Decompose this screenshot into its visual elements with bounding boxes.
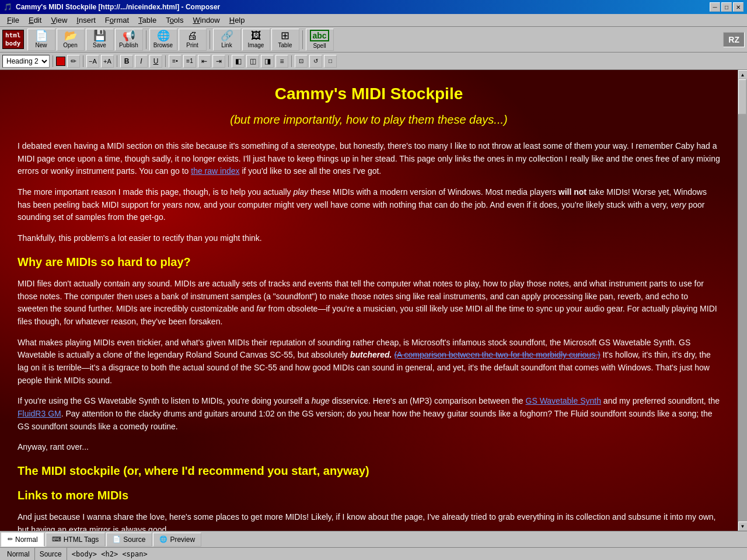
fmt-separator-0 [53,55,53,67]
tab-source[interactable]: 📄 Source [106,533,152,547]
publish-icon: 📢 [123,30,135,41]
color-swatch[interactable] [56,57,65,66]
fmt-separator-5 [291,55,292,67]
table-label: Table [278,42,292,48]
window-title: Cammy's MIDI Stockpile [http://.../nicei… [16,3,220,11]
status-source-text: Source [40,550,62,558]
browse-label: Browse [153,42,173,48]
align-center-button[interactable]: ◫ [246,55,259,68]
toolbar-separator-3 [302,30,303,49]
underline-button[interactable]: U [149,55,162,68]
decrease-font-button[interactable]: −A [86,55,99,68]
indent-button[interactable]: ⇥ [212,55,225,68]
status-mode-text: Normal [7,550,30,558]
section3-heading: Links to more MIDIs [18,487,720,504]
align-left-button[interactable]: ◧ [232,55,245,68]
print-button[interactable]: 🖨 Print [179,29,207,51]
save-button[interactable]: 💾 Save [86,29,114,51]
align-right-button[interactable]: ◨ [261,55,274,68]
menu-edit[interactable]: Edit [24,15,46,26]
intro-paragraph-2: The more important reason I made this pa… [18,186,720,224]
scrollbar[interactable]: ▲ ▼ [738,70,747,531]
open-button[interactable]: 📂 Open [57,29,85,51]
ordered-list-button[interactable]: ≡1 [183,55,196,68]
menu-tools[interactable]: Tools [161,15,188,26]
spell-button[interactable]: abc Spell [306,29,334,51]
browse-icon: 🌐 [157,30,170,41]
title-bar-controls[interactable]: ─ □ ✕ [710,2,743,12]
menu-window[interactable]: Window [188,15,224,26]
increase-font-button[interactable]: +A [101,55,114,68]
heading-select[interactable]: Heading 2 Normal Heading 1 Heading 3 Hea… [2,55,50,68]
menu-format[interactable]: Format [100,15,134,26]
status-source: Source [35,548,67,560]
publish-label: Publish [119,42,138,48]
outdent-button[interactable]: ⇤ [198,55,211,68]
section2-heading: The MIDI stockpile (or, where I'd recomm… [18,462,720,480]
menu-view[interactable]: View [46,15,72,26]
scroll-down-button[interactable]: ▼ [738,522,748,531]
new-label: New [35,42,47,48]
link-icon: 🔗 [221,30,233,41]
normal-tab-icon: ✏ [8,536,13,543]
format-toolbar: Heading 2 Normal Heading 1 Heading 3 Hea… [0,52,747,70]
fmt-separator-4 [228,55,229,67]
scroll-thumb[interactable] [738,79,746,114]
close-button[interactable]: ✕ [733,2,743,12]
scroll-up-button[interactable]: ▲ [738,70,748,79]
preview-tab-icon: 🌐 [159,536,167,543]
justify-button[interactable]: ≡ [275,55,288,68]
section1-paragraph-2: What makes playing MIDIs even trickier, … [18,337,720,387]
minimize-button[interactable]: ─ [710,2,720,12]
fmt-separator-1 [83,55,83,67]
save-icon: 💾 [93,30,106,41]
section3-paragraph: And just because I wanna share the love,… [18,511,720,531]
bottom-tabs: ✏ Normal ⌨ HTML Tags 📄 Source 🌐 Preview [0,531,747,547]
intro-paragraph-3: Thankfully, this problem's a lot easier … [18,232,720,245]
new-button[interactable]: 📄 New [27,29,55,51]
new-icon: 📄 [35,30,48,41]
fmt-separator-2 [117,55,117,67]
html-badge: htmlbody [2,30,24,48]
publish-button[interactable]: 📢 Publish [115,29,143,51]
status-breadcrumb: <body> <h2> <span> [67,550,152,558]
maximize-button[interactable]: □ [721,2,732,12]
section1-heading: Why are MIDIs so hard to play? [18,253,720,271]
pencil-button[interactable]: ✏ [67,55,80,68]
source-tab-label: Source [123,536,145,544]
page-subtitle: (but more importantly, how to play them … [18,111,720,128]
intro-paragraph-1: I debated even having a MIDI section on … [18,140,720,178]
format-btn-3[interactable]: □ [324,55,337,68]
unordered-list-button[interactable]: ≡• [169,55,181,68]
image-button[interactable]: 🖼 Image [242,29,270,51]
tab-normal[interactable]: ✏ Normal [1,533,44,547]
status-bar: Normal Source <body> <h2> <span> [0,547,747,560]
tab-html-tags[interactable]: ⌨ HTML Tags [46,533,106,547]
editor-area: Cammy's MIDI Stockpile (but more importa… [0,70,747,531]
spell-label: Spell [313,43,326,49]
html-tags-tab-label: HTML Tags [64,536,99,544]
save-label: Save [93,42,106,48]
tab-preview[interactable]: 🌐 Preview [153,533,201,547]
menu-table[interactable]: Table [134,15,161,26]
link-button[interactable]: 🔗 Link [213,29,241,51]
no-break-button[interactable]: ⊡ [295,55,308,68]
format-btn-2[interactable]: ↺ [309,55,322,68]
comparison-link[interactable]: (A comparison between the two for the mo… [394,350,600,359]
editor-content[interactable]: Cammy's MIDI Stockpile (but more importa… [0,70,738,531]
raw-index-link[interactable]: the raw index [191,166,239,176]
browse-button[interactable]: 🌐 Browse [149,29,177,51]
menu-help[interactable]: Help [225,15,250,26]
table-button[interactable]: ⊞ Table [271,29,299,51]
menu-insert[interactable]: Insert [72,15,100,26]
gs-wavetable-link[interactable]: GS Wavetable Synth [526,396,601,405]
scroll-track[interactable] [738,79,747,522]
menu-file[interactable]: File [2,15,24,26]
normal-tab-label: Normal [15,536,38,544]
toolbar-separator-1 [146,30,146,49]
bold-button[interactable]: B [120,55,133,68]
fluidr3-link[interactable]: FluidR3 GM [18,409,61,418]
italic-button[interactable]: I [135,55,148,68]
section1-paragraph-4: Anyway, rant over... [18,441,720,454]
toolbar-separator-2 [210,30,210,49]
